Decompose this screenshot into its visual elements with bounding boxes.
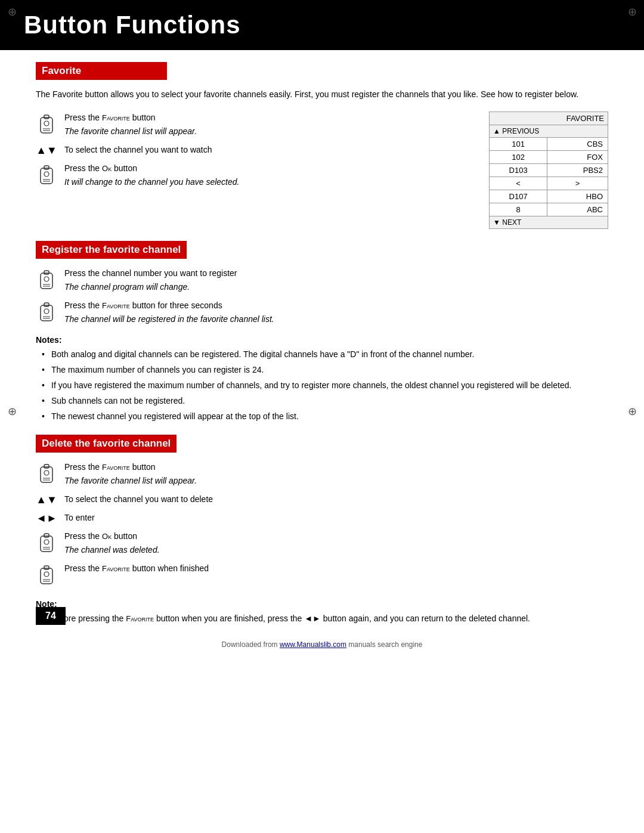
- nav-left: <: [490, 177, 547, 190]
- channel-row-d103: D103 PBS2: [490, 164, 608, 177]
- del-step-3: ◄► To enter: [36, 512, 608, 524]
- channel-row-102: 102 FOX: [490, 151, 608, 164]
- fav-step-2: ▲▼ To select the channel you want to wat…: [36, 144, 471, 156]
- svg-rect-6: [44, 166, 49, 169]
- remote-icon-reg-2: [36, 301, 57, 322]
- svg-point-27: [44, 540, 49, 544]
- notes-section: Notes: Both analog and digital channels …: [36, 335, 608, 423]
- svg-point-2: [44, 121, 49, 126]
- register-section: Register the favorite channel Press the …: [36, 241, 608, 423]
- content-area: Favorite The Favorite button allows you …: [0, 62, 644, 661]
- remote-icon-1: [36, 113, 57, 134]
- note-item-1: Both analog and digital channels can be …: [42, 348, 608, 361]
- del-step-1-italic: The favorite channel list will appear.: [64, 475, 608, 487]
- fav-step-1: Press the Favorite button The favorite c…: [36, 112, 471, 138]
- footer-suffix: manuals search engine: [346, 640, 422, 649]
- ch-num-102: 102: [490, 151, 547, 164]
- reg-step-2: Press the Favorite button for three seco…: [36, 299, 608, 326]
- fav-step-3: Press the Ok button It will change to th…: [36, 162, 471, 188]
- reg-step-2-text: Press the Favorite button for three seco…: [64, 299, 608, 326]
- nav-right: >: [547, 177, 608, 190]
- notes-list: Both analog and digital channels can be …: [36, 348, 608, 423]
- updown-arrow-icon-del: ▲▼: [36, 494, 57, 505]
- delete-note-item: Before pressing the Favorite button when…: [42, 612, 608, 625]
- svg-point-32: [44, 572, 49, 577]
- ch-name-hbo: HBO: [547, 190, 608, 203]
- fav-step-2-text: To select the channel you want to watch: [64, 144, 471, 156]
- del-step-5: Press the Favorite button when finished: [36, 562, 608, 585]
- svg-point-22: [44, 470, 49, 475]
- ch-num-101: 101: [490, 138, 547, 151]
- favorite-header: Favorite: [36, 62, 167, 80]
- favorite-content: Press the Favorite button The favorite c…: [36, 112, 608, 229]
- remote-icon-del-1: [36, 462, 57, 484]
- del-step-4-text: Press the Ok button The channel was dele…: [64, 530, 608, 556]
- fav-step-1-italic: The favorite channel list will appear.: [64, 125, 471, 138]
- previous-row: ▲ PREVIOUS: [490, 125, 608, 138]
- channel-row-d107: D107 HBO: [490, 190, 608, 203]
- reg-step-2-italic: The channel will be registered in the fa…: [64, 313, 608, 326]
- delete-header: Delete the favorite channel: [36, 435, 177, 453]
- favorite-intro: The Favorite button allows you to select…: [36, 88, 608, 101]
- crosshair-top-right: ⊕: [626, 6, 638, 18]
- delete-note-title: Note:: [36, 599, 608, 609]
- updown-arrow-del: ▲▼: [36, 494, 57, 505]
- channel-row-8: 8 ABC: [490, 203, 608, 216]
- svg-rect-26: [44, 534, 49, 537]
- favorite-section: Favorite The Favorite button allows you …: [36, 62, 608, 229]
- next-cell: ▼ NEXT: [490, 216, 608, 229]
- crosshair-mid-right: ⊕: [626, 405, 638, 417]
- previous-cell: ▲ PREVIOUS: [490, 125, 608, 138]
- svg-rect-31: [44, 566, 49, 569]
- channel-table: FAVORITE ▲ PREVIOUS 101 CBS 102 FOX: [489, 112, 608, 229]
- register-header: Register the favorite channel: [36, 241, 187, 259]
- updown-arrow-icon-1: ▲▼: [36, 145, 57, 156]
- svg-point-17: [44, 309, 49, 314]
- svg-rect-1: [44, 115, 49, 119]
- ch-name-cbs: CBS: [547, 138, 608, 151]
- ch-name-fox: FOX: [547, 151, 608, 164]
- channel-row-101: 101 CBS: [490, 138, 608, 151]
- reg-step-1: Press the channel number you want to reg…: [36, 267, 608, 293]
- ch-num-d103: D103: [490, 164, 547, 177]
- channel-table-container: FAVORITE ▲ PREVIOUS 101 CBS 102 FOX: [489, 112, 608, 229]
- note-item-3: If you have registered the maximum numbe…: [42, 379, 608, 392]
- page-title: Button Functions: [24, 11, 620, 39]
- remote-icon-reg-1: [36, 268, 57, 290]
- notes-title: Notes:: [36, 335, 608, 345]
- fav-step-3-text: Press the Ok button It will change to th…: [64, 162, 471, 188]
- crosshair-top-left: ⊕: [6, 6, 18, 18]
- del-step-4: Press the Ok button The channel was dele…: [36, 530, 608, 556]
- del-step-4-italic: The channel was deleted.: [64, 544, 608, 556]
- del-step-1-text: Press the Favorite button The favorite c…: [64, 461, 608, 487]
- page-header: Button Functions: [0, 0, 644, 50]
- footer: Downloaded from www.Manualslib.com manua…: [0, 640, 644, 649]
- leftright-arrow-del: ◄►: [36, 513, 57, 524]
- footer-text: Downloaded from: [222, 640, 280, 649]
- ch-name-abc: ABC: [547, 203, 608, 216]
- reg-step-1-text: Press the channel number you want to reg…: [64, 267, 608, 293]
- reg-step-1-italic: The channel program will change.: [64, 281, 608, 293]
- ch-name-pbs2: PBS2: [547, 164, 608, 177]
- ch-num-d107: D107: [490, 190, 547, 203]
- next-row: ▼ NEXT: [490, 216, 608, 229]
- leftright-arrow-icon-del: ◄►: [36, 513, 57, 524]
- nav-row-lr: < >: [490, 177, 608, 190]
- updown-arrow: ▲▼: [36, 145, 57, 156]
- crosshair-mid-left: ⊕: [6, 405, 18, 417]
- page: ⊕ ⊕ ⊕ ⊕ Button Functions Favorite The Fa…: [0, 0, 644, 661]
- ch-num-8: 8: [490, 203, 547, 216]
- del-step-3-text: To enter: [64, 512, 608, 524]
- note-item-4: Sub channels can not be registered.: [42, 395, 608, 407]
- del-step-5-text: Press the Favorite button when finished: [64, 562, 608, 575]
- remote-icon-del-3: [36, 563, 57, 585]
- svg-rect-11: [44, 271, 49, 274]
- remote-icon-2: [36, 163, 57, 185]
- delete-note-section: Note: Before pressing the Favorite butto…: [36, 599, 608, 625]
- footer-link[interactable]: www.Manualslib.com: [280, 640, 346, 649]
- del-step-1: Press the Favorite button The favorite c…: [36, 461, 608, 487]
- fav-step-3-italic: It will change to the channel you have s…: [64, 176, 471, 188]
- table-header-row: FAVORITE: [490, 112, 608, 125]
- page-number: 74: [36, 607, 66, 625]
- delete-note-list: Before pressing the Favorite button when…: [36, 612, 608, 625]
